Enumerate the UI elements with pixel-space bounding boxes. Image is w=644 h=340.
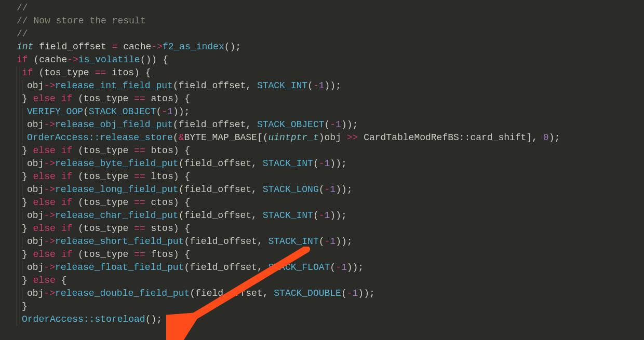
code-token: )); [347, 261, 364, 274]
code-token: else [33, 170, 56, 183]
code-token: // Now store the result [17, 15, 145, 28]
code-token: & [179, 131, 184, 144]
code-token: (tos_type [72, 222, 134, 235]
code-line: } else if (tos_type == atos) { [0, 92, 644, 105]
code-token: VERIFY_OOP [27, 105, 83, 118]
code-token: -> [44, 157, 55, 170]
code-token: STACK_INT [257, 79, 307, 92]
code-token: btos) { [145, 144, 190, 157]
code-token: // [17, 2, 28, 15]
code-token: if [22, 66, 33, 79]
code-token [56, 170, 61, 183]
code-token: ( [156, 105, 162, 118]
code-token: 1 [325, 209, 330, 222]
code-token [56, 144, 61, 157]
code-token: ltos) { [145, 170, 190, 183]
code-token: else [33, 144, 56, 157]
code-token: release_byte_field_put [55, 157, 179, 170]
code-token: atos) { [145, 92, 190, 105]
code-token: if [61, 170, 73, 183]
code-token: ( [319, 235, 325, 248]
code-token: 1 [341, 261, 347, 274]
code-token: uintptr_t [269, 131, 319, 144]
code-token: if [61, 248, 73, 261]
code-token: 1 [353, 287, 358, 300]
code-token: release_float_field_put [55, 261, 184, 274]
code-token: == [134, 144, 145, 157]
code-token: } [22, 92, 33, 105]
code-token: )); [358, 287, 374, 300]
code-token: - [319, 209, 325, 222]
code-token: 1 [330, 183, 336, 196]
code-token: ( [313, 157, 319, 170]
code-token: ctos) { [145, 196, 190, 209]
code-token: (field_offset, [179, 157, 263, 170]
code-token: (field_offset, [184, 235, 268, 248]
code-token: obj [27, 235, 44, 248]
code-token: STACK_FLOAT [269, 261, 330, 274]
code-token: )); [336, 183, 352, 196]
code-token: ( [341, 287, 347, 300]
code-token: - [319, 157, 325, 170]
code-line: } else if (tos_type == ftos) { [0, 248, 644, 261]
code-token: STACK_OBJECT [89, 105, 156, 118]
code-line: } else if (tos_type == stos) { [0, 222, 644, 235]
code-line: OrderAccess::release_store(&BYTE_MAP_BAS… [0, 131, 644, 144]
code-token: (); [224, 40, 241, 53]
code-token: -> [44, 261, 55, 274]
code-token: - [347, 287, 353, 300]
code-line: obj->release_short_field_put(field_offse… [0, 235, 644, 248]
code-token: )obj [319, 131, 347, 144]
code-token: -> [67, 53, 78, 66]
code-token [56, 196, 61, 209]
code-token: (field_offset, [184, 261, 268, 274]
code-token: ( [307, 79, 313, 92]
code-token: STACK_INT [263, 209, 313, 222]
code-token: )); [336, 235, 352, 248]
code-token: (field_offset, [173, 118, 257, 131]
code-token: } [22, 196, 33, 209]
code-token: else [33, 274, 56, 287]
code-token: else [33, 248, 56, 261]
code-line: if (cache->is_volatile()) { [0, 53, 644, 66]
code-token [56, 222, 61, 235]
code-token: == [134, 222, 145, 235]
code-token: )); [341, 118, 358, 131]
code-token: (cache [28, 53, 68, 66]
code-token: STACK_INT [269, 235, 319, 248]
code-token: 1 [319, 79, 325, 92]
code-token: - [336, 261, 341, 274]
code-token: -> [44, 287, 55, 300]
code-token: 1 [330, 235, 336, 248]
code-line: } else if (tos_type == ctos) { [0, 196, 644, 209]
code-token: - [313, 79, 319, 92]
code-editor-viewport[interactable]: // // Now store the result // int field_… [0, 2, 644, 326]
code-token: release_int_field_put [55, 79, 173, 92]
code-token: )); [330, 209, 346, 222]
code-token: (field_offset, [179, 183, 263, 196]
code-token: } [22, 300, 28, 313]
code-token: == [134, 170, 145, 183]
code-token: obj [27, 209, 44, 222]
code-token: (tos_type [72, 248, 134, 261]
code-line: } [0, 300, 644, 313]
code-token: cache [117, 40, 151, 53]
code-token: (field_offset, [190, 287, 274, 300]
code-token: if [61, 144, 73, 157]
code-token: (tos_type [72, 170, 134, 183]
code-token: (tos_type [33, 66, 95, 79]
code-token: f2_as_index [163, 40, 224, 53]
code-token: release_char_field_put [55, 209, 179, 222]
code-token: obj [27, 118, 44, 131]
code-token: if [61, 222, 73, 235]
code-token: -> [44, 79, 55, 92]
code-token: CardTableModRefBS::card_shift], [358, 131, 543, 144]
code-token: is_volatile [78, 53, 140, 66]
code-token: STACK_OBJECT [257, 118, 325, 131]
code-line: if (tos_type == itos) { [0, 66, 644, 79]
code-token: ( [325, 118, 330, 131]
code-token: - [330, 118, 336, 131]
code-line: obj->release_double_field_put(field_offs… [0, 287, 644, 300]
code-token: STACK_LONG [263, 183, 319, 196]
code-token: ( [173, 131, 179, 144]
